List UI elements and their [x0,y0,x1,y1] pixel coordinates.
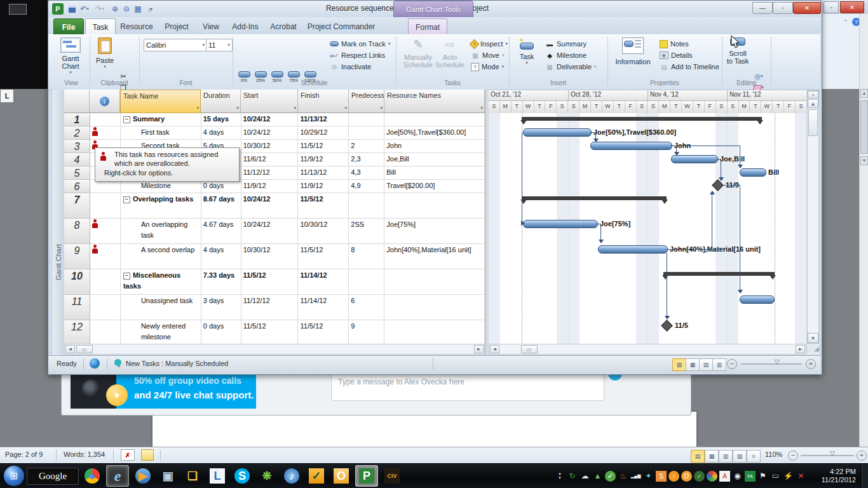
tab-format[interactable]: Format [408,18,447,35]
gantt-view-button[interactable]: ▧ [672,358,686,371]
summary-bar-overlapping-tasks[interactable] [522,196,667,200]
team-planner-view-button[interactable]: ▤ [699,358,713,371]
zoom-out-icon[interactable]: ⊖ [121,3,132,15]
cell-row-number[interactable]: 7 [64,193,90,219]
cell-duration[interactable]: 4.67 days [201,219,241,244]
move-button[interactable]: ▦ Move▾ [471,50,504,60]
zoom-slider[interactable] [741,363,802,365]
word-close-button[interactable]: ✕ [840,1,864,13]
cell-predecessors[interactable]: 8 [349,244,384,269]
chart-scroll-thumb-h[interactable]: ||| [521,345,538,353]
insert-deliverable-button[interactable]: ▦Deliverable▾ [545,62,597,72]
cell-task-name[interactable]: −Overlapping tasks [121,193,201,219]
cell-finish[interactable]: 10/30/12 [298,219,349,244]
auto-schedule-button[interactable]: ⇨ Auto Schedule [435,37,465,69]
cell-row-number[interactable]: 4 [64,153,90,166]
cell-duration[interactable]: 3 days [201,295,241,320]
cell-finish[interactable]: 11/14/12 [298,269,349,295]
certificate-badge-icon[interactable]: ◉ [732,471,743,482]
gantt-chart-area[interactable]: Joe[50%],Travel[$360.00]JohnJoe,BillBill… [489,113,806,344]
cell-row-number[interactable]: 10 [64,269,90,295]
word-ribbon-minimize-icon[interactable]: ⌃ [843,19,848,25]
secure-globe-icon[interactable]: ✓ [694,471,705,482]
tab-view[interactable]: View [197,18,225,34]
details-button[interactable]: ≡ Details [660,50,693,60]
cell-finish[interactable]: 11/14/12 [298,295,349,320]
cell-row-number[interactable]: 5 [64,166,90,180]
cell-duration[interactable]: 7.33 days [201,269,241,295]
inspect-button[interactable]: ? Inspect▾ [471,39,508,49]
cell-finish[interactable]: 11/13/12 [298,113,349,126]
chart-scroll-thumb[interactable] [808,109,818,136]
civilization-taskbar-button[interactable]: CIV [381,466,403,486]
cell-indicator[interactable] [90,295,121,320]
cell-duration[interactable]: 0 days [201,320,241,344]
safety-globe-taskbar-button[interactable]: ✓ [306,466,327,486]
sync-icon[interactable]: ↻ [567,471,578,482]
word-macro-icon[interactable] [141,449,154,461]
sharepoint-icon[interactable]: S [656,471,667,482]
cell-resource-names[interactable]: John[40%],Material[16 unit] [384,244,485,269]
word-web-layout-button[interactable]: ▥ [719,450,733,463]
word-outline-button[interactable]: ▨ [733,450,747,463]
task-bar-task-5[interactable] [740,168,766,177]
cell-start[interactable]: 11/12/12 [241,295,299,320]
word-document-page[interactable] [153,412,696,447]
cell-start[interactable]: 10/30/12 [241,244,299,269]
start-button[interactable]: ⊞ [4,466,24,486]
cloud-icon[interactable]: ☁ [580,471,590,482]
word-scroll-down-icon[interactable]: ▼ [860,156,868,165]
insert-milestone-button[interactable]: ◆Milestone [545,50,587,60]
ms-project-taskbar-button[interactable]: P [355,465,378,487]
zoom-slider-thumb[interactable]: ▽ [775,358,780,365]
scrollbar-split-handle[interactable]: ≡ [808,91,818,98]
volume-muted-icon[interactable]: ✕ [796,471,806,482]
chart-scroll-up-icon[interactable]: ▲ [808,99,818,108]
browser-swirl-icon[interactable] [707,471,717,482]
word-fullscreen-reading-button[interactable]: ▦ [705,450,719,463]
globe-icon[interactable] [90,358,100,369]
cell-start[interactable]: 11/5/12 [241,320,299,344]
task-usage-view-button[interactable]: ▦ [686,358,700,371]
cell-predecessors[interactable]: 2SS [349,219,384,244]
close-button[interactable]: ✕ [793,2,821,14]
cell-resource-names[interactable]: Joe[50%],Travel[$360.00] [384,126,485,140]
task-bar-second-task[interactable] [590,142,672,150]
cell-finish[interactable]: 11/5/12 [298,244,349,269]
computer-search-taskbar-button[interactable]: ▣ [157,466,179,486]
table-horizontal-scrollbar[interactable]: ◄ ||| ► [64,344,485,355]
tab-project[interactable]: Project [159,18,194,34]
word-print-layout-button[interactable]: ▤ [691,450,705,463]
chart-horizontal-scrollbar[interactable]: ◄ ||| ► [489,344,806,355]
cell-indicator[interactable] [90,180,121,193]
table-scroll-left-icon[interactable]: ◄ [65,345,75,353]
word-scroll-thumb[interactable] [860,100,868,154]
cell-finish[interactable]: 11/9/12 [298,180,349,193]
cell-predecessors[interactable] [349,269,384,295]
mini-window-l[interactable]: L [0,89,14,103]
cell-indicator[interactable] [90,113,121,126]
manually-schedule-button[interactable]: ✎ Manually Schedule [403,37,433,69]
summary-bar-miscellaneous-tasks[interactable] [663,272,775,276]
power-icon[interactable]: ⚡ [783,471,794,482]
zoom-in-icon[interactable]: ⊕ [109,3,121,15]
restore-button[interactable]: ▫ [773,2,793,14]
gantt-chart-view-button[interactable]: Gantt Chart▾ [56,37,85,75]
save-button[interactable] [66,3,78,15]
cell-predecessors[interactable]: 2 [349,140,384,153]
task-bar-task-4[interactable] [671,155,718,163]
insert-task-button[interactable]: ✶ Task▾ [513,37,540,65]
zoom-out-button[interactable]: − [727,359,737,369]
adobe-pdf-icon[interactable]: A [719,471,730,482]
cell-resource-names[interactable] [384,320,485,344]
cell-start[interactable]: 11/9/12 [241,180,299,193]
cell-start[interactable]: 10/24/12 [241,126,299,140]
font-size-select[interactable]: 11▾ [206,39,233,51]
f-secure-icon[interactable]: FA [745,471,756,482]
cell-start[interactable]: 11/5/12 [241,269,299,295]
cell-predecessors[interactable]: 6 [349,295,384,320]
cell-resource-names[interactable]: John [384,140,485,153]
internet-explorer-taskbar-button[interactable]: e [106,465,129,487]
network-signal-icon[interactable]: ▂▄▆ [630,471,641,482]
tab-addins[interactable]: Add-Ins [227,18,263,34]
